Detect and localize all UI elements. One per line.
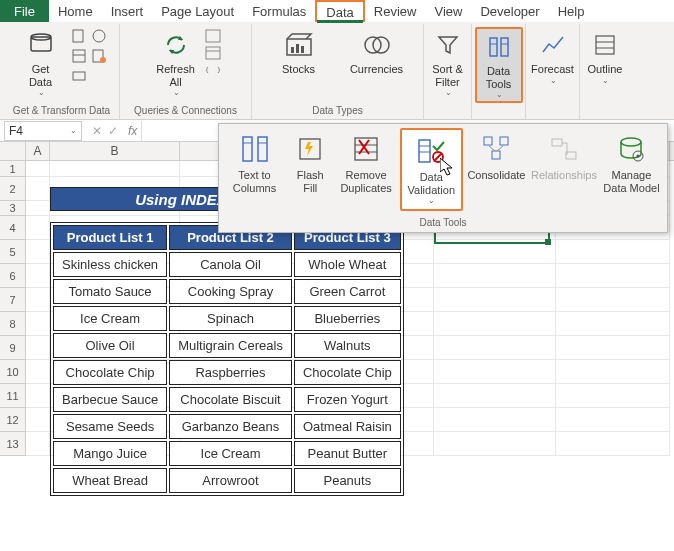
row-header[interactable]: 8 [0,312,26,336]
table-cell[interactable]: Olive Oil [53,333,167,358]
cell[interactable] [434,432,556,456]
cell[interactable] [400,360,434,384]
name-box[interactable]: F4 ⌄ [4,121,82,141]
row-header[interactable]: 1 [0,161,26,177]
cell[interactable] [556,288,670,312]
cell[interactable] [400,312,434,336]
cell[interactable] [400,264,434,288]
outline-button[interactable]: Outline⌄ [582,27,628,87]
table-cell[interactable]: Wheat Bread [53,468,167,493]
table-cell[interactable]: Whole Wheat [294,252,401,277]
sort-filter-button[interactable]: Sort & Filter⌄ [426,27,470,99]
tab-help[interactable]: Help [549,0,594,22]
text-to-columns-button[interactable]: Text to Columns [223,128,286,211]
cell[interactable] [434,312,556,336]
row-header[interactable]: 5 [0,240,26,264]
col-header[interactable]: A [26,142,50,160]
refresh-all-button[interactable]: Refresh All⌄ [151,27,201,99]
table-cell[interactable]: Raspberries [169,360,292,385]
flash-fill-button[interactable]: Flash Fill [288,128,333,211]
cell[interactable] [434,288,556,312]
row-header[interactable]: 11 [0,384,26,408]
table-cell[interactable]: Cooking Spray [169,279,292,304]
row-header[interactable]: 10 [0,360,26,384]
row-header[interactable]: 2 [0,177,26,201]
tab-home[interactable]: Home [49,0,102,22]
cell[interactable] [26,177,50,201]
data-validation-button[interactable]: Data Validation⌄ [400,128,463,211]
cell[interactable] [50,161,180,177]
properties-icon[interactable] [205,46,221,60]
row-header[interactable]: 7 [0,288,26,312]
cell[interactable] [400,384,434,408]
cell[interactable] [400,240,434,264]
tab-page-layout[interactable]: Page Layout [152,0,243,22]
tab-developer[interactable]: Developer [471,0,548,22]
table-cell[interactable]: Blueberries [294,306,401,331]
fx-label[interactable]: fx [124,124,141,138]
table-cell[interactable]: Spinach [169,306,292,331]
cell[interactable] [556,240,670,264]
table-cell[interactable]: Peanuts [294,468,401,493]
cell[interactable] [556,336,670,360]
tab-data[interactable]: Data [315,0,364,22]
cell[interactable] [26,312,50,336]
get-data-mini-buttons[interactable] [70,27,108,85]
cell[interactable] [556,432,670,456]
table-cell[interactable]: Oatmeal Raisin [294,414,401,439]
data-tools-button[interactable]: Data Tools⌄ [475,27,523,103]
cell[interactable] [26,408,50,432]
col-header[interactable]: B [50,142,180,160]
table-cell[interactable]: Chocolate Biscuit [169,387,292,412]
queries-icon[interactable] [205,29,221,43]
cell[interactable] [556,312,670,336]
from-web-icon[interactable] [90,27,108,45]
get-data-button[interactable]: Get Data⌄ [16,27,66,99]
cell[interactable] [434,264,556,288]
cell[interactable] [26,264,50,288]
cell[interactable] [400,288,434,312]
row-header[interactable]: 6 [0,264,26,288]
existing-conn-icon[interactable] [70,67,88,85]
table-cell[interactable]: Peanut Butter [294,441,401,466]
cell[interactable] [26,432,50,456]
table-cell[interactable]: Ice Cream [53,306,167,331]
recent-sources-icon[interactable] [90,47,108,65]
row-header[interactable]: 12 [0,408,26,432]
cell[interactable] [26,216,50,240]
cell[interactable] [556,360,670,384]
tab-formulas[interactable]: Formulas [243,0,315,22]
forecast-button[interactable]: Forecast⌄ [528,27,578,87]
table-cell[interactable]: Ice Cream [169,441,292,466]
row-header[interactable]: 3 [0,201,26,216]
cell[interactable] [434,408,556,432]
consolidate-button[interactable]: Consolidate [465,128,528,211]
cell[interactable] [26,384,50,408]
cell[interactable] [400,336,434,360]
tab-insert[interactable]: Insert [102,0,153,22]
cell[interactable] [556,384,670,408]
tab-view[interactable]: View [425,0,471,22]
table-cell[interactable]: Chocolate Chip [294,360,401,385]
table-cell[interactable]: Chocolate Chip [53,360,167,385]
cell[interactable] [434,384,556,408]
cell[interactable] [26,288,50,312]
table-cell[interactable]: Mango Juice [53,441,167,466]
cell[interactable] [556,408,670,432]
row-header[interactable]: 13 [0,432,26,456]
cell[interactable] [556,264,670,288]
cell[interactable] [434,336,556,360]
edit-links-icon[interactable] [205,63,221,77]
table-cell[interactable]: Canola Oil [169,252,292,277]
table-cell[interactable]: Multigrain Cereals [169,333,292,358]
table-cell[interactable]: Sesame Seeds [53,414,167,439]
from-table-icon[interactable] [70,47,88,65]
table-cell[interactable]: Tomato Sauce [53,279,167,304]
row-header[interactable]: 4 [0,216,26,240]
table-cell[interactable]: Frozen Yogurt [294,387,401,412]
file-tab[interactable]: File [0,0,49,22]
tab-review[interactable]: Review [365,0,426,22]
table-cell[interactable]: Green Carrot [294,279,401,304]
cell[interactable] [400,408,434,432]
chevron-down-icon[interactable]: ⌄ [70,126,77,135]
